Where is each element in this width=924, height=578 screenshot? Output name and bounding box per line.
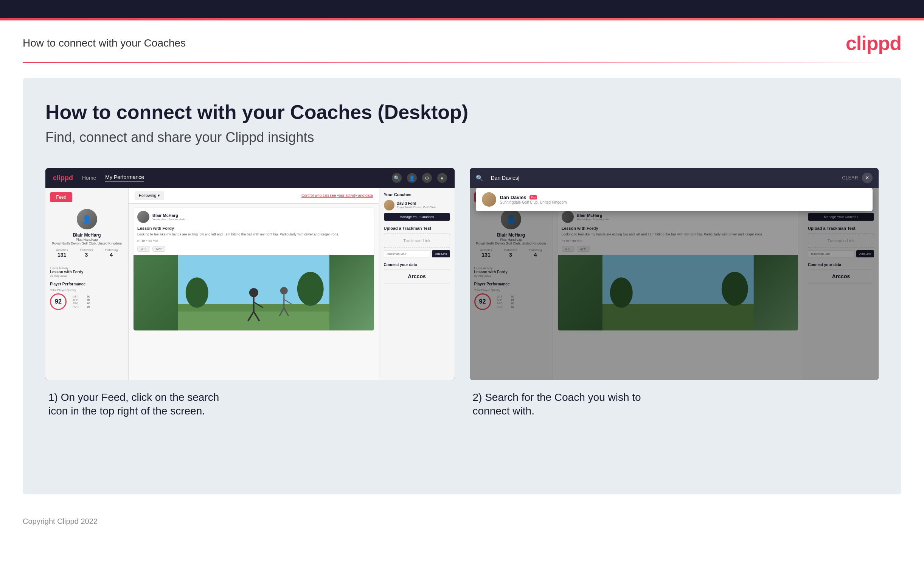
- search-input[interactable]: [487, 173, 838, 183]
- trackman-title: Upload a Trackman Test: [384, 226, 450, 231]
- search-results-dropdown: Dan Davies Pro Sunningdale Golf Club, Un…: [476, 188, 873, 211]
- search-result-dan-davies[interactable]: Dan Davies Pro Sunningdale Golf Club, Un…: [476, 188, 873, 211]
- screenshot-panel-2: clippd Home My Performance 🔍 👤 ⚙ ● Feed: [470, 168, 879, 418]
- search-avatar-dan: [482, 192, 496, 207]
- svg-rect-17: [602, 304, 753, 330]
- top-bar: [0, 0, 924, 18]
- nav-my-performance[interactable]: My Performance: [105, 174, 144, 182]
- step-1-text: 1) On your Feed, click on the searchicon…: [49, 391, 451, 418]
- clippd-logo: clippd: [846, 32, 901, 55]
- app-main-2: Following ▾ Control who can see your act…: [553, 188, 803, 380]
- feed-post: Blair McHarg Yesterday · Sunningdale Les…: [133, 208, 374, 331]
- search-result-name: Dan Davies: [500, 195, 526, 200]
- svg-point-19: [610, 278, 633, 308]
- app-right-2: Your Coaches Dan Davies Sunningdale Golf…: [803, 188, 879, 380]
- nav-home[interactable]: Home: [82, 175, 96, 181]
- step-2-text: 2) Search for the Coach you wish toconne…: [473, 391, 876, 418]
- screenshot-box-1: clippd Home My Performance 🔍 👤 ⚙ ● Feed: [45, 168, 455, 380]
- search-close-button[interactable]: ×: [862, 173, 872, 183]
- post-avatar: [137, 211, 149, 223]
- latest-activity: Latest Activity Lesson with Fordy 03 Aug…: [45, 264, 128, 280]
- main-title: How to connect with your Coaches (Deskto…: [45, 101, 879, 123]
- page-title: How to connect with your Coaches: [23, 37, 186, 49]
- golf-scene-svg: [134, 255, 374, 330]
- profile-handicap: Plus Handicap: [50, 238, 124, 242]
- app-button[interactable]: APP: [152, 246, 165, 252]
- stats-row: Activities 131 Followers 3 Following 4: [50, 245, 124, 261]
- following-stat: Following 4: [105, 248, 118, 258]
- manage-coaches-button[interactable]: Manage Your Coaches: [384, 213, 450, 221]
- nav-icons: 🔍 👤 ⚙ ●: [392, 173, 447, 183]
- following-num: 4: [105, 252, 118, 258]
- connect-data-section: Connect your data Arccos: [384, 263, 450, 284]
- total-player-quality-label: Total Player Quality: [50, 289, 124, 292]
- header: How to connect with your Coaches clippd: [0, 20, 924, 62]
- svg-point-20: [721, 272, 748, 306]
- post-lesson-body: Looking to feel like my hands are exitin…: [134, 232, 374, 239]
- following-label: Following: [105, 248, 118, 252]
- coach-avatar: [384, 200, 395, 211]
- app-body-2-bg: Feed 👤 Blair McHarg Plus Handicap Royal …: [470, 188, 879, 380]
- profile-section: 👤 Blair McHarg Plus Handicap Royal North…: [45, 206, 128, 264]
- activity-date: 03 Aug 2022: [50, 274, 124, 278]
- pro-badge: Pro: [529, 195, 537, 200]
- profile-icon[interactable]: 👤: [407, 173, 417, 183]
- screenshot-box-2: clippd Home My Performance 🔍 👤 ⚙ ● Feed: [470, 168, 879, 380]
- header-divider: [23, 62, 901, 63]
- connect-data-title: Connect your data: [384, 263, 450, 267]
- avatar-icon[interactable]: ●: [437, 173, 447, 183]
- bar-app: APP 85: [73, 299, 90, 301]
- profile-name-2: Blair McHarg: [474, 232, 548, 238]
- post-author-name: Blair McHarg: [152, 213, 185, 218]
- profile-avatar: 👤: [77, 209, 97, 229]
- screenshots-row: clippd Home My Performance 🔍 👤 ⚙ ● Feed: [45, 168, 879, 418]
- add-link-button[interactable]: Add Link: [432, 250, 450, 257]
- app-nav-1: clippd Home My Performance 🔍 👤 ⚙ ●: [45, 168, 455, 188]
- following-bar: Following ▾ Control who can see your act…: [129, 188, 379, 204]
- post-actions: OTT APP: [134, 245, 374, 255]
- search-bar-container: 🔍 CLEAR ×: [470, 168, 879, 188]
- step-text-2: 2) Search for the Coach you wish toconne…: [470, 391, 879, 418]
- svg-point-6: [249, 288, 258, 297]
- coach-club: Royal North Devon Golf Club: [397, 206, 436, 209]
- player-performance: Player Performance Total Player Quality …: [45, 280, 128, 312]
- followers-num: 3: [80, 252, 93, 258]
- svg-point-5: [297, 272, 324, 306]
- coach-item: David Ford Royal North Devon Golf Club: [384, 200, 450, 211]
- score-circle: 92: [50, 293, 66, 310]
- footer: Copyright Clippd 2022: [0, 510, 924, 537]
- app-sidebar-2: Feed 👤 Blair McHarg Plus Handicap Royal …: [470, 188, 553, 380]
- bar-arg: ARG 86: [73, 302, 90, 305]
- latest-label: Latest Activity: [50, 266, 124, 270]
- search-clear-button[interactable]: CLEAR: [842, 175, 858, 180]
- profile-name: Blair McHarg: [50, 232, 124, 238]
- following-button[interactable]: Following ▾: [135, 192, 164, 200]
- control-link[interactable]: Control who can see your activity and da…: [301, 193, 372, 198]
- post-duration: 01 hr : 30 min: [134, 239, 374, 245]
- feed-tab[interactable]: Feed: [50, 192, 72, 202]
- app-right-1: Your Coaches David Ford Royal North Devo…: [379, 188, 455, 380]
- profile-club: Royal North Devon Golf Club, United King…: [50, 242, 124, 245]
- ott-button[interactable]: OTT: [137, 246, 150, 252]
- search-icon[interactable]: 🔍: [392, 173, 402, 183]
- bar-putt: PUTT 96: [73, 305, 90, 308]
- app-body-1: Feed 👤 Blair McHarg Plus Handicap Royal …: [45, 188, 455, 380]
- profile-avatar-2: 👤: [501, 209, 521, 229]
- main-content: How to connect with your Coaches (Deskto…: [23, 78, 901, 494]
- post-image: [134, 255, 374, 330]
- followers-stat: Followers 3: [80, 248, 93, 258]
- coaches-title: Your Coaches: [384, 192, 450, 197]
- activities-stat: Activities 131: [56, 248, 68, 258]
- search-mag-icon: 🔍: [476, 174, 483, 182]
- main-subtitle: Find, connect and share your Clippd insi…: [45, 130, 879, 145]
- settings-icon[interactable]: ⚙: [422, 173, 432, 183]
- post-lesson-title: Lesson with Fordy: [134, 226, 374, 232]
- copyright-text: Copyright Clippd 2022: [23, 517, 97, 525]
- trackman-link-placeholder: Trackman Link: [384, 234, 450, 248]
- activities-num: 131: [56, 252, 68, 258]
- svg-point-4: [186, 278, 209, 308]
- step-text-1: 1) On your Feed, click on the searchicon…: [45, 391, 455, 418]
- post-header: Blair McHarg Yesterday · Sunningdale: [134, 208, 374, 226]
- bar-ott: OTT 90: [73, 295, 90, 298]
- trackman-input[interactable]: [384, 250, 431, 257]
